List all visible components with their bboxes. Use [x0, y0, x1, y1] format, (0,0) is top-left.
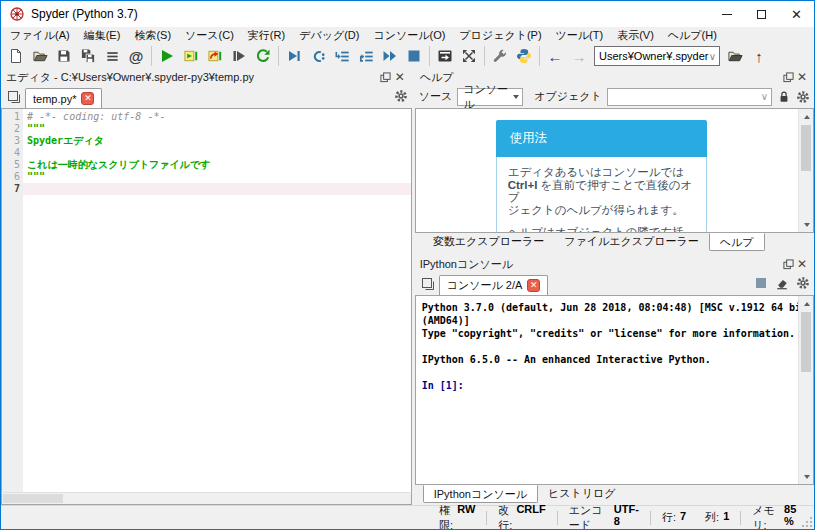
console-options-button[interactable] — [796, 276, 810, 290]
editor-undock-button[interactable] — [379, 70, 393, 84]
scroll-up-icon[interactable] — [799, 109, 814, 124]
step-into-button[interactable] — [330, 45, 354, 67]
menu-project[interactable]: プロジェクト(P) — [452, 27, 548, 43]
symbol-finder-icon: @ — [129, 48, 144, 65]
help-options-button[interactable] — [796, 90, 810, 104]
step-return-icon — [358, 49, 375, 64]
help-lock-button[interactable] — [777, 90, 791, 104]
debug-file-button[interactable] — [282, 45, 306, 67]
run-cell-advance-button[interactable] — [203, 45, 227, 67]
rerun-cell-button[interactable] — [227, 45, 251, 67]
help-source-value: コンソール — [463, 82, 509, 112]
close-window-button[interactable]: ✕ — [779, 1, 814, 27]
editor-close-button[interactable]: ✕ — [393, 70, 407, 84]
gear-icon — [796, 276, 810, 290]
working-directory-combo[interactable]: Users¥Owner¥.spyder-py3 ∨ — [594, 46, 720, 66]
resize-grip[interactable] — [802, 517, 812, 527]
dropdown-triangle-icon — [513, 95, 519, 99]
console-close-button[interactable]: ✕ — [795, 257, 809, 271]
run-cell-icon — [183, 48, 200, 64]
forward-button[interactable]: → — [567, 45, 591, 67]
right-column: ヘルプ ✕ ソース コンソール オブジェクト ∨ — [415, 69, 814, 505]
status-eol: 改行:CRLF — [486, 511, 556, 525]
back-button[interactable]: ← — [543, 45, 567, 67]
menu-console[interactable]: コンソール(O) — [366, 27, 452, 43]
menu-file[interactable]: ファイル(A) — [3, 27, 77, 43]
spyder-window: Spyder (Python 3.7) ✕ ファイル(A) 編集(E) 検索(S… — [0, 0, 815, 530]
menu-view[interactable]: 表示(V) — [610, 27, 661, 43]
chevron-down-icon: ∨ — [761, 91, 768, 102]
tab-close-icon[interactable]: ✕ — [527, 279, 540, 292]
scrollbar-thumb[interactable] — [801, 312, 811, 372]
help-scrollbar[interactable] — [798, 109, 813, 232]
continue-button[interactable] — [378, 45, 402, 67]
code-editor[interactable]: 1 2 3 4 5 6 7 # -*- coding: utf-8 -*- ""… — [1, 108, 412, 492]
open-working-directory-button[interactable] — [723, 45, 747, 67]
tab-ipython-console[interactable]: IPythonコンソール — [423, 485, 538, 503]
help-undock-button[interactable] — [781, 70, 795, 84]
symbol-finder-button[interactable]: @ — [124, 45, 148, 67]
tab-help[interactable]: ヘルプ — [709, 233, 765, 251]
line-number-gutter: 1 2 3 4 5 6 7 — [2, 109, 23, 492]
console-tab[interactable]: コンソール 2/A ✕ — [439, 275, 549, 295]
save-all-icon — [80, 48, 97, 64]
code-line: """ — [23, 123, 411, 135]
console-undock-button[interactable] — [781, 257, 795, 271]
menu-search[interactable]: 検索(S) — [127, 27, 178, 43]
scrollbar-thumb[interactable] — [801, 125, 811, 171]
fullscreen-button[interactable] — [457, 45, 481, 67]
tab-history-log[interactable]: ヒストリログ — [538, 485, 626, 503]
menu-source[interactable]: ソース(C) — [178, 27, 241, 43]
ipython-console[interactable]: Python 3.7.0 (default, Jun 28 2018, 08:0… — [415, 295, 814, 485]
maximize-pane-button[interactable] — [433, 45, 457, 67]
editor-horizontal-scrollbar[interactable] — [1, 492, 412, 505]
menu-help[interactable]: ヘルプ(H) — [661, 27, 724, 43]
menu-debug[interactable]: デバッグ(D) — [292, 27, 366, 43]
python-path-button[interactable] — [512, 45, 536, 67]
menu-tools[interactable]: ツール(T) — [549, 27, 611, 43]
step-return-button[interactable] — [354, 45, 378, 67]
minimize-button[interactable] — [709, 1, 744, 27]
console-browse-tabs-button[interactable] — [417, 274, 439, 294]
scroll-up-icon[interactable] — [799, 296, 814, 311]
editor-browse-tabs-button[interactable] — [3, 87, 25, 107]
run-cell-advance-icon — [207, 48, 224, 64]
main-toolbar: @ ← → Users¥Owner¥.spyder-py3 ∨ ↑ — [1, 43, 814, 69]
line-number: 6 — [2, 171, 20, 183]
run-cell-button[interactable] — [179, 45, 203, 67]
clear-console-button[interactable] — [775, 276, 789, 290]
help-object-combo[interactable]: ∨ — [607, 88, 772, 106]
maximize-button[interactable] — [744, 1, 779, 27]
parent-directory-button[interactable]: ↑ — [747, 45, 771, 67]
menu-edit[interactable]: 編集(E) — [77, 27, 128, 43]
scrollbar-thumb[interactable] — [3, 494, 63, 503]
save-all-button[interactable] — [76, 45, 100, 67]
titlebar[interactable]: Spyder (Python 3.7) ✕ — [1, 1, 814, 27]
run-button[interactable] — [155, 45, 179, 67]
help-source-combo[interactable]: コンソール — [457, 88, 523, 106]
usage-text-line: エディタあるいはコンソールでは — [508, 166, 695, 179]
tab-close-icon[interactable]: ✕ — [81, 92, 94, 105]
preferences-button[interactable] — [488, 45, 512, 67]
tab-file-explorer[interactable]: ファイルエクスプローラー — [554, 233, 709, 251]
help-close-button[interactable]: ✕ — [795, 70, 809, 84]
editor-options-button[interactable] — [394, 89, 408, 103]
continue-icon — [382, 48, 398, 64]
editor-panel: エディタ - C:¥Users¥Owner¥.spyder-py3¥temp.p… — [1, 69, 412, 505]
interrupt-kernel-button[interactable] — [754, 276, 768, 290]
file-switcher-button[interactable] — [100, 45, 124, 67]
stop-debug-button[interactable] — [402, 45, 426, 67]
tab-variable-explorer[interactable]: 変数エクスプローラー — [423, 233, 555, 251]
code-line — [23, 147, 411, 159]
step-over-button[interactable] — [306, 45, 330, 67]
menu-run[interactable]: 実行(R) — [241, 27, 292, 43]
editor-tab-temp-py[interactable]: temp.py* ✕ — [25, 88, 102, 108]
console-scrollbar[interactable] — [798, 296, 813, 484]
scroll-down-icon[interactable] — [799, 469, 814, 484]
save-button[interactable] — [52, 45, 76, 67]
help-content[interactable]: 使用法 エディタあるいはコンソールでは Ctrl+I を直前で押すことで直後のオ… — [415, 108, 814, 233]
new-file-button[interactable] — [4, 45, 28, 67]
scroll-down-icon[interactable] — [799, 217, 814, 232]
run-selection-button[interactable] — [251, 45, 275, 67]
open-file-button[interactable] — [28, 45, 52, 67]
